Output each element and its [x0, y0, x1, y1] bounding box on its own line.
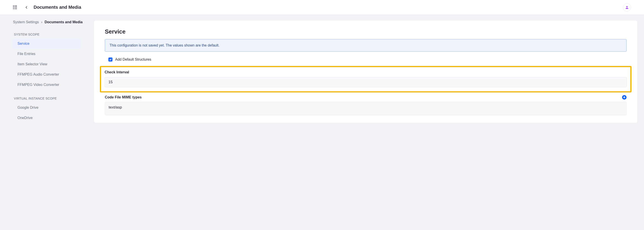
user-icon — [625, 5, 629, 9]
chevron-right-icon: › — [41, 20, 42, 24]
user-menu-button[interactable] — [623, 3, 631, 11]
back-button[interactable] — [25, 6, 28, 9]
apps-grid-icon[interactable] — [13, 5, 17, 9]
nav-item-file-entries[interactable]: File Entries — [13, 49, 81, 59]
page-title: Documents and Media — [34, 5, 81, 10]
nav-item-item-selector-view[interactable]: Item Selector View — [13, 59, 81, 69]
nav-item-service[interactable]: Service — [13, 38, 81, 49]
breadcrumb-parent[interactable]: System Settings — [13, 20, 39, 24]
svg-point-0 — [626, 6, 628, 7]
mime-types-label: Code File MIME types — [105, 95, 142, 99]
nav-section-virtual-instance-scope: VIRTUAL INSTANCE SCOPE — [13, 94, 94, 102]
nav-item-onedrive[interactable]: OneDrive — [13, 113, 81, 123]
check-icon — [109, 58, 112, 61]
nav-item-ffmpeg-audio[interactable]: FFMPEG Audio Converter — [13, 69, 81, 80]
nav-section-system-scope: SYSTEM SCOPE — [13, 30, 94, 38]
nav-item-google-drive[interactable]: Google Drive — [13, 102, 81, 113]
breadcrumb: System Settings › Documents and Media — [13, 20, 94, 24]
nav-item-ffmpeg-video[interactable]: FFMPEG Video Converter — [13, 80, 81, 90]
breadcrumb-current: Documents and Media — [44, 20, 83, 24]
add-mime-type-button[interactable] — [622, 95, 626, 100]
add-default-structures-checkbox[interactable] — [108, 57, 112, 61]
add-default-structures-label: Add Default Structures — [115, 57, 151, 61]
topbar: Documents and Media — [0, 0, 644, 15]
mime-type-input[interactable]: text/asp — [105, 102, 626, 115]
check-interval-input[interactable] — [104, 77, 627, 87]
info-alert: This configuration is not saved yet. The… — [105, 39, 626, 52]
plus-icon — [623, 96, 626, 98]
check-interval-label: Check Interval — [104, 70, 627, 74]
main-content: Service This configuration is not saved … — [94, 15, 644, 230]
check-interval-highlight: Check Interval — [100, 66, 632, 92]
content-title: Service — [105, 28, 626, 35]
sidebar: System Settings › Documents and Media SY… — [0, 15, 94, 230]
